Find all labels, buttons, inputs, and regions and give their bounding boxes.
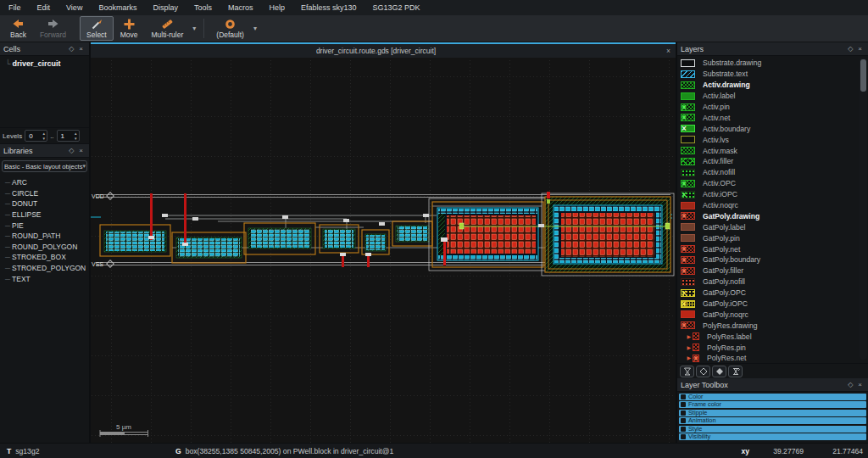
float-panel-icon[interactable]: ◇	[845, 381, 855, 388]
library-item[interactable]: ─ ARC	[5, 177, 89, 188]
close-panel-icon[interactable]: ×	[76, 45, 86, 53]
toolbox-expander-icon[interactable]	[681, 434, 686, 439]
layer-row[interactable]: Activ.OPC	[677, 178, 868, 189]
layer-toolbox-row[interactable]: Visibility	[679, 433, 866, 440]
layers-scrollbar[interactable]	[860, 58, 867, 360]
layer-row[interactable]: GatPoly.nofill	[677, 276, 868, 288]
library-item[interactable]: ─ DONUT	[5, 198, 89, 209]
layer-row[interactable]: Substrate.drawing	[677, 58, 868, 69]
layer-row[interactable]: GatPoly.pin	[677, 232, 868, 243]
default-mode-button[interactable]: (Default)	[209, 16, 251, 41]
layer-style-swatch[interactable]	[693, 344, 699, 351]
library-item[interactable]: ─ STROKED_BOX	[5, 252, 89, 263]
menu-item-efabless-sky130[interactable]: Efabless sky130	[301, 3, 357, 12]
layer-toolbox-row[interactable]: Color	[679, 394, 866, 400]
toolbox-expander-icon[interactable]	[681, 411, 686, 416]
layer-style-swatch[interactable]	[681, 202, 695, 209]
layer-style-swatch[interactable]	[681, 70, 695, 78]
float-panel-icon[interactable]: ◇	[66, 45, 76, 53]
library-item[interactable]: ─ PIE	[5, 220, 89, 231]
layer-style-swatch[interactable]	[681, 310, 695, 318]
layer-style-swatch[interactable]	[681, 245, 695, 253]
layer-row[interactable]: GatPoly.net	[677, 243, 868, 254]
layer-row[interactable]: Activ.filler	[677, 156, 868, 167]
toolbox-expander-icon[interactable]	[681, 394, 686, 399]
layer-row[interactable]: GatPoly.label	[677, 221, 868, 232]
layer-row[interactable]: GatPoly.iOPC	[677, 299, 868, 310]
float-panel-icon[interactable]: ◇	[66, 147, 76, 154]
layer-style-swatch[interactable]	[681, 158, 695, 165]
library-item[interactable]: ─ CIRCLE	[5, 188, 89, 199]
layer-style-swatch[interactable]	[681, 278, 695, 286]
layer-toolbox-row[interactable]: Style	[679, 426, 866, 433]
layer-row[interactable]: ▶ PolyRes.label	[677, 331, 868, 342]
layer-row[interactable]: Activ.label	[677, 91, 868, 102]
layer-toolbox-row[interactable]: Animation	[679, 417, 866, 424]
menu-item-view[interactable]: View	[66, 3, 82, 12]
layer-style-swatch[interactable]	[693, 355, 699, 362]
library-select[interactable]: Basic - Basic layout objects ▾	[2, 160, 87, 172]
ruler-dropdown-chevron-icon[interactable]: ▾	[190, 16, 198, 41]
layer-toolbox-row[interactable]: Frame color	[679, 401, 866, 408]
layer-style-swatch[interactable]	[681, 300, 695, 308]
layer-style-swatch[interactable]	[681, 256, 695, 264]
layer-row[interactable]: ▶ PolyRes.pin	[677, 342, 868, 353]
levels-from-spinner[interactable]: 0 ▴▾	[25, 130, 47, 142]
layer-row[interactable]: GatPoly.noqrc	[677, 309, 868, 320]
layer-row[interactable]: Substrate.text	[677, 69, 868, 80]
diamond-frame-icon[interactable]	[696, 366, 710, 377]
library-item[interactable]: ─ TEXT	[5, 273, 89, 284]
spinner-arrows-icon[interactable]: ▴▾	[75, 131, 77, 141]
library-item[interactable]: ─ ELLIPSE	[5, 209, 89, 221]
layer-style-swatch[interactable]	[681, 59, 695, 67]
menu-item-macros[interactable]: Macros	[228, 3, 253, 12]
layer-style-swatch[interactable]	[681, 147, 695, 154]
toolbox-expander-icon[interactable]	[681, 427, 686, 432]
hourglass-refresh-icon[interactable]	[728, 366, 743, 377]
layer-row[interactable]: GatPoly.OPC	[677, 288, 868, 299]
layer-style-swatch[interactable]	[681, 267, 695, 275]
cell-tree-item[interactable]: └driver_circuit	[5, 59, 89, 68]
library-item[interactable]: ─ STROKED_POLYGON	[5, 263, 89, 274]
layer-row[interactable]: Activ.iOPC	[677, 189, 868, 200]
float-panel-icon[interactable]: ◇	[845, 45, 855, 53]
menu-item-bookmarks[interactable]: Bookmarks	[98, 3, 136, 12]
layer-row[interactable]: Activ.mask	[677, 145, 868, 156]
layer-toolbox-row[interactable]: Stipple	[679, 410, 866, 416]
forward-button[interactable]: Forward	[33, 16, 73, 41]
layer-style-swatch[interactable]	[681, 191, 695, 198]
tab-close-icon[interactable]: ×	[661, 47, 676, 55]
layer-style-swatch[interactable]	[681, 103, 695, 111]
close-panel-icon[interactable]: ×	[76, 147, 86, 154]
layer-row[interactable]: ▶ PolyRes.net	[677, 353, 868, 363]
mode-dropdown-chevron-icon[interactable]: ▾	[251, 16, 259, 41]
layer-row[interactable]: GatPoly.filler	[677, 265, 868, 276]
toolbox-expander-icon[interactable]	[681, 418, 686, 423]
layer-style-swatch[interactable]	[681, 223, 695, 231]
layer-row[interactable]: GatPoly.drawing	[677, 210, 868, 221]
layer-style-swatch[interactable]	[681, 136, 695, 143]
levels-to-spinner[interactable]: 1 ▴▾	[57, 130, 80, 142]
layer-row[interactable]: Activ.net	[677, 112, 868, 123]
multi-ruler-tool-button[interactable]: Multi-ruler	[145, 16, 191, 41]
layer-style-swatch[interactable]	[681, 234, 695, 242]
menu-item-display[interactable]: Display	[153, 3, 178, 12]
menu-item-file[interactable]: File	[8, 3, 21, 12]
close-panel-icon[interactable]: ×	[855, 45, 865, 53]
layer-style-swatch[interactable]	[681, 212, 695, 220]
spinner-arrows-icon[interactable]: ▴▾	[43, 131, 46, 141]
layer-row[interactable]: Activ.boundary	[677, 123, 868, 134]
layer-row[interactable]: Activ.noqrc	[677, 200, 868, 211]
layout-canvas[interactable]: VDD VSS	[91, 58, 676, 443]
layout-tab-title[interactable]: driver_circuit.route.gds [driver_circuit…	[91, 47, 661, 55]
layer-style-swatch[interactable]	[681, 125, 695, 132]
layer-style-swatch[interactable]	[681, 180, 695, 187]
library-item[interactable]: ─ ROUND_PATH	[5, 231, 89, 242]
move-tool-button[interactable]: Move	[114, 16, 145, 41]
menu-item-edit[interactable]: Edit	[37, 3, 51, 12]
layer-row[interactable]: GatPoly.boundary	[677, 254, 868, 265]
layers-scrollbar-thumb[interactable]	[860, 59, 866, 92]
menu-item-help[interactable]: Help	[269, 3, 285, 12]
close-panel-icon[interactable]: ×	[855, 381, 865, 388]
library-item[interactable]: ─ ROUND_POLYGON	[5, 242, 89, 253]
